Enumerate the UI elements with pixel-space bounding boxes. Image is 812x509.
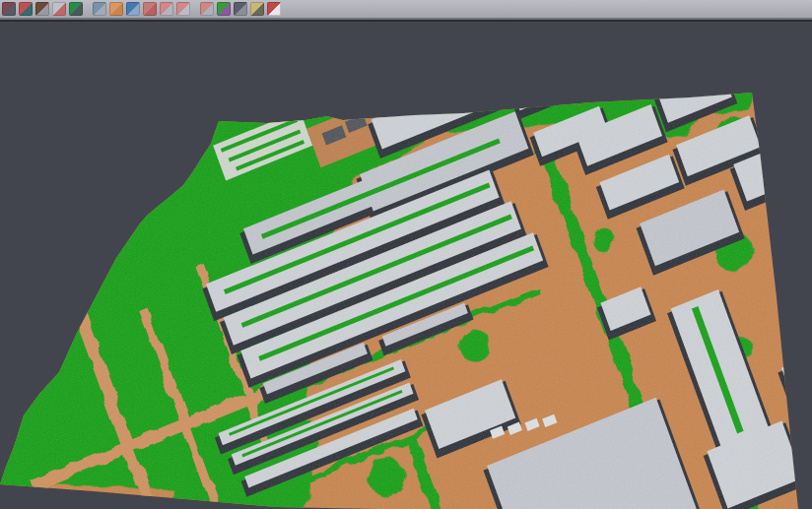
toolbar [0,0,812,20]
viewport-3d[interactable] [0,22,812,509]
report-icon[interactable] [267,2,281,16]
toolbar-group [91,2,191,16]
globe-icon[interactable] [126,2,140,16]
dsm-hill-icon[interactable] [35,2,49,16]
toolbar-group [198,2,282,16]
orthophoto-icon[interactable] [109,2,123,16]
sphere-icon[interactable] [234,2,247,16]
toolbar-group [0,2,84,16]
extent-select-icon[interactable] [176,2,190,16]
class-map-icon[interactable] [217,2,231,16]
layer-stack-icon[interactable] [143,2,157,16]
sparse-points-icon[interactable] [52,2,66,16]
profile-view-icon[interactable] [93,2,106,16]
terrain-model [0,22,812,509]
point-cloud-icon[interactable] [19,2,33,16]
mesh-tin-icon[interactable] [250,2,264,16]
dtm-hill-icon[interactable] [69,2,83,16]
scene-svg [0,22,812,509]
app-window [0,0,812,509]
target-ring-icon[interactable] [160,2,173,16]
grid-cells-icon[interactable] [200,2,214,16]
classify-points-icon[interactable] [2,2,16,16]
